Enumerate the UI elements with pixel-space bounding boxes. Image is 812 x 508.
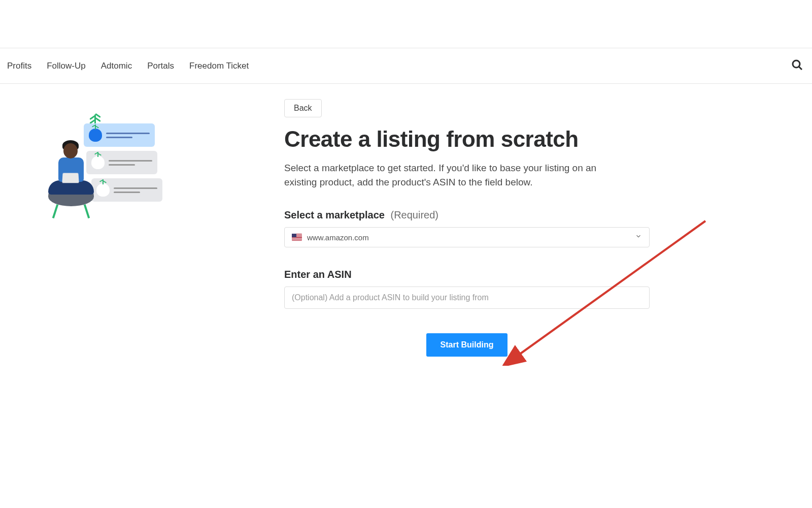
svg-line-1 bbox=[799, 67, 802, 70]
nav-link-profits[interactable]: Profits bbox=[7, 61, 31, 71]
nav-link-portals[interactable]: Portals bbox=[147, 61, 174, 71]
page-title: Create a listing from scratch bbox=[284, 126, 650, 152]
marketplace-select[interactable]: www.amazon.com bbox=[284, 227, 650, 247]
marketplace-required-suffix: (Required) bbox=[390, 209, 438, 220]
asin-input[interactable] bbox=[284, 287, 650, 309]
top-spacer bbox=[0, 0, 812, 48]
nav-link-freedom-ticket[interactable]: Freedom Ticket bbox=[189, 61, 249, 71]
nav-link-followup[interactable]: Follow-Up bbox=[47, 61, 86, 71]
person-illustration bbox=[43, 147, 99, 218]
illustration-card bbox=[91, 178, 162, 202]
nav-links: Profits Follow-Up Adtomic Portals Freedo… bbox=[6, 61, 249, 71]
illustration-card bbox=[84, 123, 155, 147]
start-building-button[interactable]: Start Building bbox=[426, 333, 508, 357]
main-content: Back Create a listing from scratch Selec… bbox=[0, 84, 812, 357]
back-button[interactable]: Back bbox=[284, 99, 322, 117]
marketplace-label: Select a marketplace (Required) bbox=[284, 209, 650, 221]
marketplace-label-text: Select a marketplace bbox=[284, 209, 385, 220]
nav-link-adtomic[interactable]: Adtomic bbox=[101, 61, 132, 71]
listing-illustration bbox=[36, 119, 167, 226]
chevron-down-icon bbox=[635, 233, 642, 242]
svg-point-0 bbox=[793, 60, 800, 68]
content-column: Back Create a listing from scratch Selec… bbox=[244, 99, 650, 357]
cta-wrap: Start Building bbox=[284, 333, 650, 357]
nav-bar: Profits Follow-Up Adtomic Portals Freedo… bbox=[0, 48, 812, 84]
search-icon[interactable] bbox=[791, 59, 806, 73]
illustration-column bbox=[0, 99, 244, 357]
page-description: Select a marketplace to get started. If … bbox=[284, 161, 629, 189]
us-flag-icon bbox=[292, 234, 302, 241]
marketplace-selected-value: www.amazon.com bbox=[307, 233, 369, 242]
asin-label: Enter an ASIN bbox=[284, 269, 650, 280]
